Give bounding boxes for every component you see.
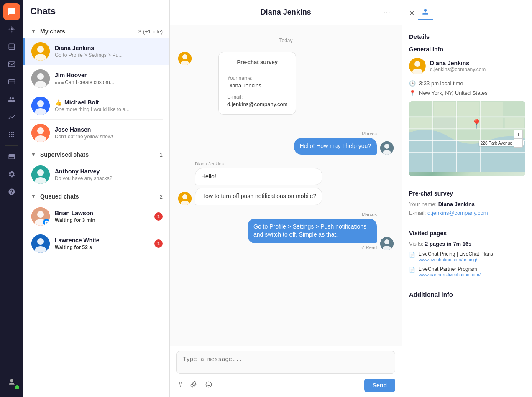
chat-item-brian[interactable]: Brian Lawson Waiting for 3 min 1 [23, 203, 169, 230]
section-divider [409, 183, 525, 183]
map-zoom-in[interactable]: + [514, 130, 522, 139]
svg-point-10 [37, 73, 44, 80]
svg-rect-56 [481, 102, 503, 116]
reports-nav-icon[interactable] [3, 38, 20, 55]
messenger-badge [43, 219, 50, 226]
clock-icon: 🕒 [409, 80, 416, 87]
activity-nav-icon[interactable] [3, 21, 20, 38]
local-time: 3:33 pm local time [419, 80, 463, 87]
emoji-button[interactable] [204, 379, 214, 391]
general-info-title: General Info [409, 46, 525, 53]
messages-area: Today Pre-chat survey Your name: Diana J… [170, 25, 402, 346]
main-chat: Diana Jenkins ··· Today Pre-chat survey … [170, 0, 402, 397]
badge-brian: 1 [154, 212, 163, 221]
message-input[interactable] [176, 351, 395, 374]
location-text: New York, NY, United States [419, 90, 488, 96]
general-info-avatar [409, 58, 426, 74]
general-info-email: d.jenkins@company.com [430, 66, 486, 72]
chat-item-michael[interactable]: 👍 Michael Bolt One more thing I would li… [23, 92, 169, 119]
svg-point-37 [384, 239, 389, 244]
my-chats-chevron: ▼ [30, 28, 37, 35]
svg-point-34 [182, 194, 187, 199]
supervised-chats-chevron: ▼ [30, 151, 37, 158]
chat-item-lawrence[interactable]: Lawrence White Waiting for 52 s 1 [23, 230, 169, 257]
survey-email-value: d.jenkins@company.com [227, 101, 287, 107]
msg-content-agent-2: Marcos Go to Profile > Settings > Push n… [248, 212, 377, 250]
pre-chat-email-value: d.jenkins@company.com [427, 210, 488, 216]
close-panel-button[interactable]: ✕ [409, 9, 414, 17]
hashtag-button[interactable]: # [176, 380, 184, 391]
user-avatar-icon[interactable] [3, 374, 20, 390]
chat-preview-brian: Waiting for 3 min [55, 217, 151, 223]
sidebar-title: Chats [23, 0, 169, 23]
chat-info-anthony: Anthony Harvey Do you have any snacks? [55, 168, 163, 181]
badge-lawrence: 1 [154, 239, 163, 248]
customers-nav-icon[interactable] [3, 91, 20, 108]
svg-point-43 [414, 61, 420, 67]
chat-item-diana[interactable]: Diana Jenkins Go to Profile > Settings >… [23, 38, 169, 65]
svg-rect-60 [481, 118, 503, 128]
pre-chat-name-label: Your name: [409, 201, 437, 207]
msg-sender-agent-2: Marcos [248, 212, 377, 217]
survey-name-label: Your name: [227, 75, 253, 81]
right-panel-header: ✕ ··· [402, 0, 532, 26]
my-chats-section-header[interactable]: ▼ My chats 3 (+1 idle) [23, 23, 169, 38]
survey-name-value: Diana Jenkins [227, 82, 287, 89]
visited-pages-section: Visited pages Visits: 2 pages in 7m 16s … [409, 230, 525, 277]
chat-preview-jim: Can I create custom... [55, 79, 163, 85]
svg-point-25 [37, 238, 44, 245]
chat-info-jim: Jim Hoover Can I create custom... [55, 72, 163, 85]
details-content: Details General Info Diana Jenkins d.jen… [402, 26, 532, 305]
chat-nav-icon[interactable] [3, 3, 20, 20]
svg-point-0 [11, 28, 13, 31]
inbox-nav-icon[interactable] [3, 56, 20, 73]
supervised-chats-section-header[interactable]: ▼ Supervised chats 1 [23, 146, 169, 161]
chat-item-anthony[interactable]: Anthony Harvey Do you have any snacks? [23, 161, 169, 188]
survey-email-label: E-mail: [227, 94, 243, 100]
map-inner: 📍 228 Park Avenue So... + − [409, 101, 525, 176]
chat-info-lawrence: Lawrence White Waiting for 52 s [55, 237, 151, 250]
survey-message-row: Pre-chat survey Your name: Diana Jenkins… [178, 52, 394, 123]
chat-info-michael: 👍 Michael Bolt One more thing I would li… [55, 99, 163, 112]
chat-info-diana: Diana Jenkins Go to Profile > Settings >… [55, 45, 163, 58]
map-pin: 📍 [471, 119, 482, 130]
tickets-nav-icon[interactable] [3, 74, 20, 90]
page-url-0[interactable]: www.livechatinc.com/pricing/ [419, 257, 493, 262]
right-panel-tabs: ✕ [409, 6, 433, 20]
svg-point-13 [37, 100, 44, 107]
billing-nav-icon[interactable] [3, 148, 20, 165]
attachment-button[interactable] [189, 379, 199, 391]
my-chats-count: 3 (+1 idle) [138, 28, 163, 35]
chat-preview-jose: Don't eat the yellow snow! [55, 134, 163, 140]
msg-bubble-agent-1: Hello! How may I help you? [294, 138, 377, 155]
right-panel-more-button[interactable]: ··· [520, 9, 525, 17]
page-info-0: LiveChat Pricing | LiveChat Plans www.li… [419, 251, 493, 262]
chat-name-diana: Diana Jenkins [55, 45, 163, 51]
chat-item-jim[interactable]: Jim Hoover Can I create custom... [23, 65, 169, 92]
pre-chat-email-field: E-mail: d.jenkins@company.com [409, 210, 525, 216]
send-button[interactable]: Send [364, 379, 395, 392]
page-url-1[interactable]: www.partners.livechatinc.com/ [419, 272, 481, 277]
chat-preview-diana: Go to Profile > Settings > Pu... [55, 52, 163, 58]
details-title: Details [409, 33, 525, 40]
analytics-nav-icon[interactable] [3, 109, 20, 125]
chat-header-title: Diana Jenkins [261, 8, 311, 17]
help-nav-icon[interactable] [3, 183, 20, 200]
queued-chats-section-header[interactable]: ▼ Queued chats 2 [23, 188, 169, 203]
survey-header: Pre-chat survey [227, 59, 287, 69]
message-input-area: # Send [170, 346, 402, 397]
section-divider-2 [409, 223, 525, 223]
icon-bar [0, 0, 23, 397]
msg-content-user-1: Diana Jenkins Hello! How to turn off pus… [195, 161, 322, 205]
supervised-chats-count: 1 [160, 152, 163, 158]
chat-more-button[interactable]: ··· [380, 6, 394, 19]
map-zoom-out[interactable]: − [514, 139, 522, 147]
chat-name-lawrence: Lawrence White [55, 237, 151, 244]
survey-avatar [178, 52, 192, 65]
apps-nav-icon[interactable] [3, 126, 20, 143]
tab-details[interactable] [418, 6, 433, 20]
info-row-location: 📍 New York, NY, United States [409, 90, 525, 96]
avatar-lawrence [31, 234, 50, 253]
chat-item-jose[interactable]: Jose Hansen Don't eat the yellow snow! [23, 120, 169, 146]
settings-nav-icon[interactable] [3, 166, 20, 183]
